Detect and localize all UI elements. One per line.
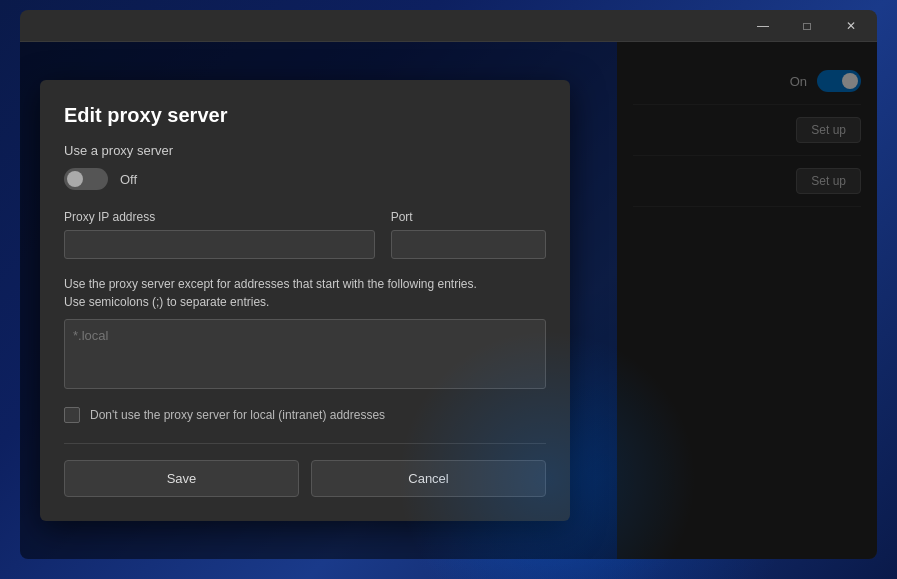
minimize-icon: —	[757, 19, 769, 33]
local-addresses-checkbox[interactable]	[64, 407, 80, 423]
port-group: Port	[391, 210, 546, 259]
titlebar: — □ ✕	[20, 10, 877, 42]
maximize-button[interactable]: □	[785, 10, 829, 42]
minimize-button[interactable]: —	[741, 10, 785, 42]
proxy-ip-group: Proxy IP address	[64, 210, 375, 259]
dialog-divider	[64, 443, 546, 444]
use-proxy-label: Use a proxy server	[64, 143, 546, 158]
close-icon: ✕	[846, 19, 856, 33]
local-addresses-checkbox-row: Don't use the proxy server for local (in…	[64, 407, 546, 423]
edit-proxy-dialog: Edit proxy server Use a proxy server Off…	[40, 80, 570, 521]
background-window: — □ ✕ On Set up Set up Edit proxy server…	[20, 10, 877, 559]
dialog-overlay: Edit proxy server Use a proxy server Off…	[20, 42, 877, 559]
port-label: Port	[391, 210, 546, 224]
exceptions-textarea[interactable]	[64, 319, 546, 389]
local-addresses-label: Don't use the proxy server for local (in…	[90, 408, 385, 422]
maximize-icon: □	[803, 19, 810, 33]
port-input[interactable]	[391, 230, 546, 259]
dialog-title: Edit proxy server	[64, 104, 546, 127]
ip-port-row: Proxy IP address Port	[64, 210, 546, 259]
proxy-toggle[interactable]	[64, 168, 108, 190]
proxy-ip-label: Proxy IP address	[64, 210, 375, 224]
dialog-button-row: Save Cancel	[64, 460, 546, 497]
exceptions-text: Use the proxy server except for addresse…	[64, 275, 546, 311]
cancel-button[interactable]: Cancel	[311, 460, 546, 497]
toggle-row: Off	[64, 168, 546, 190]
save-button[interactable]: Save	[64, 460, 299, 497]
toggle-state-label: Off	[120, 172, 137, 187]
close-button[interactable]: ✕	[829, 10, 873, 42]
proxy-ip-input[interactable]	[64, 230, 375, 259]
